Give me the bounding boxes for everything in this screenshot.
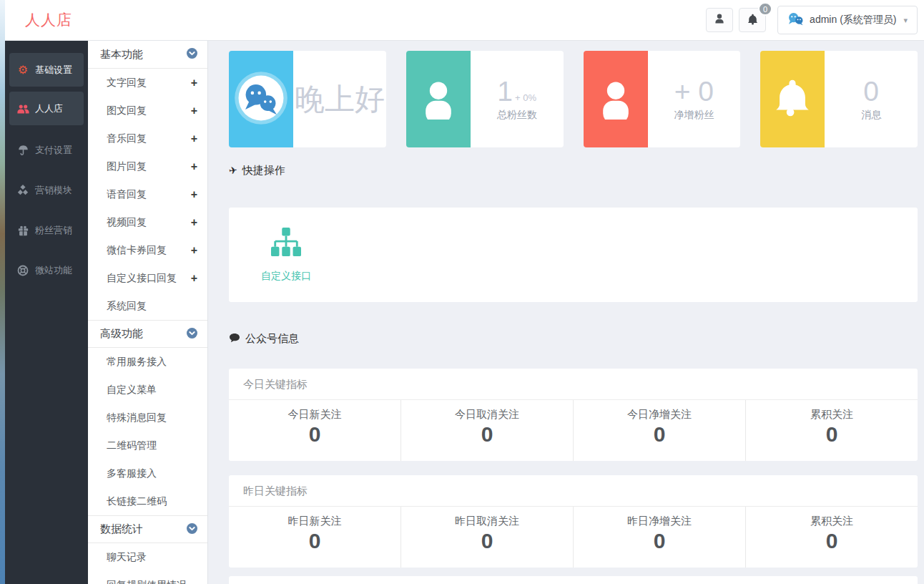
metric-cumulative: 累积关注 0	[745, 400, 918, 461]
metric-yesterday-net: 昨日净增关注 0	[573, 507, 745, 568]
wechat-icon	[787, 12, 804, 28]
menu-item-label: 长链接二维码	[107, 495, 167, 508]
stat-card-body: + 0 净增粉丝	[648, 51, 741, 147]
secondary-menu: 基本功能 文字回复+ 图文回复+ 音乐回复+ 图片回复+ 语音回复+ 视频回复+…	[88, 41, 208, 584]
metric-value: 0	[401, 422, 573, 447]
plus-icon: +	[191, 132, 197, 145]
paper-plane-icon: ✈	[228, 164, 238, 176]
app-body: ⚙ 基础设置 人人店 支付设置 营销模块	[5, 41, 924, 584]
menu-section-header-advanced[interactable]: 高级功能	[88, 320, 207, 348]
today-metrics-panel: 今日关键指标 今日新关注 0 今日取消关注 0 今日净增关注 0	[229, 369, 918, 461]
stat-card-icon-block	[406, 51, 471, 147]
menu-item-special-message-reply[interactable]: 特殊消息回复	[88, 404, 207, 432]
next-panel-partial	[229, 576, 918, 584]
menu-section-header-statistics[interactable]: 数据统计	[88, 515, 207, 543]
user-profile-button[interactable]	[706, 8, 733, 32]
sidebar-item-basic-settings[interactable]: ⚙ 基础设置	[9, 53, 84, 87]
metrics-row: 昨日新关注 0 昨日取消关注 0 昨日净增关注 0 累积关注 0	[229, 507, 918, 568]
stat-label: 消息	[861, 109, 881, 122]
stat-card-messages: 0 消息	[760, 51, 918, 147]
admin-account-dropdown[interactable]: admin (系统管理员) ▾	[777, 6, 918, 34]
menu-item-label: 图片回复	[107, 160, 147, 173]
stat-value: 1	[497, 77, 513, 105]
chevron-circle-down-icon	[187, 328, 197, 341]
person-icon	[714, 13, 725, 27]
menu-section-title: 数据统计	[100, 522, 143, 536]
menu-item-voice-reply[interactable]: 语音回复+	[88, 180, 207, 208]
main-content: 晚上好 1 + 0% 总粉丝数	[208, 41, 924, 584]
chevron-circle-down-icon	[187, 523, 197, 536]
person-icon	[417, 77, 460, 122]
menu-item-custom-api-reply[interactable]: 自定义接口回复+	[88, 264, 207, 292]
menu-item-wechat-card-reply[interactable]: 微信卡券回复+	[88, 236, 207, 264]
desktop-edge-strip	[0, 0, 5, 584]
stat-cards-row: 晚上好 1 + 0% 总粉丝数	[229, 51, 918, 147]
notifications-button[interactable]: 0	[739, 8, 766, 32]
panel-title: 今日关键指标	[229, 369, 918, 400]
metric-today-unfollow: 今日取消关注 0	[400, 400, 573, 461]
menu-item-reply-rule-usage[interactable]: 回复规则使用情况	[88, 571, 207, 584]
sidebar-item-marketing-modules[interactable]: 营销模块	[5, 170, 88, 210]
comment-icon	[229, 333, 240, 345]
menu-item-label: 音乐回复	[107, 132, 147, 145]
stat-card-icon-block	[760, 51, 825, 147]
metric-label: 今日净增关注	[574, 408, 745, 422]
menu-item-image-reply[interactable]: 图片回复+	[88, 152, 207, 180]
sidebar-item-payment-settings[interactable]: 支付设置	[5, 130, 88, 170]
sidebar-item-fan-marketing[interactable]: 粉丝营销	[5, 210, 88, 250]
umbrella-icon	[16, 145, 29, 156]
sidebar-item-microsite-features[interactable]: 微站功能	[5, 250, 88, 291]
metric-label: 累积关注	[746, 408, 918, 422]
menu-item-multi-service[interactable]: 多客服接入	[88, 459, 207, 487]
metric-today-new: 今日新关注 0	[229, 400, 400, 461]
menu-section-advanced: 高级功能 常用服务接入 自定义菜单 特殊消息回复 二维码管理 多客服接入 长链接…	[88, 320, 207, 515]
menu-item-custom-menu[interactable]: 自定义菜单	[88, 376, 207, 404]
header-controls: 0 admin (系统管理员) ▾	[700, 6, 918, 34]
stat-card-icon-block	[584, 51, 648, 147]
plus-icon: +	[191, 188, 197, 201]
menu-item-text-reply[interactable]: 文字回复+	[88, 69, 207, 97]
yesterday-metrics-panel: 昨日关键指标 昨日新关注 0 昨日取消关注 0 昨日净增关注 0	[229, 475, 918, 568]
menu-item-chat-records[interactable]: 聊天记录	[88, 543, 207, 571]
menu-item-qrcode-management[interactable]: 二维码管理	[88, 432, 207, 459]
menu-item-label: 特殊消息回复	[107, 412, 167, 424]
app-window: 人人店 0 admin (系统管理员) ▾	[5, 0, 924, 584]
metric-value: 0	[574, 529, 745, 553]
sidebar-item-renrendian[interactable]: 人人店	[9, 92, 84, 125]
bell-icon	[770, 76, 815, 123]
menu-item-label: 图文回复	[107, 104, 147, 117]
menu-item-label: 系统回复	[107, 300, 147, 313]
menu-item-label: 文字回复	[107, 77, 147, 89]
stat-value: + 0	[674, 77, 714, 105]
menu-item-label: 聊天记录	[107, 551, 147, 564]
account-info-title: 公众号信息	[229, 331, 918, 346]
metric-value: 0	[574, 422, 745, 447]
stat-card-greeting: 晚上好	[229, 51, 386, 147]
plus-icon: +	[191, 77, 197, 89]
menu-item-label: 多客服接入	[107, 467, 157, 480]
section-title-text: 公众号信息	[245, 332, 299, 346]
metric-value: 0	[229, 529, 400, 553]
cubes-icon	[16, 185, 29, 196]
metric-label: 累积关注	[746, 515, 918, 528]
sidebar-item-label: 粉丝营销	[35, 224, 72, 237]
stat-card-body: 0 消息	[825, 51, 918, 147]
menu-item-label: 二维码管理	[107, 439, 157, 452]
menu-item-video-reply[interactable]: 视频回复+	[88, 208, 207, 236]
stat-label: 总粉丝数	[497, 109, 537, 122]
metric-label: 昨日新关注	[229, 515, 400, 528]
chevron-down-icon: ▾	[903, 16, 908, 25]
menu-item-music-reply[interactable]: 音乐回复+	[88, 125, 207, 152]
menu-item-imagetext-reply[interactable]: 图文回复+	[88, 97, 207, 125]
panel-title: 昨日关键指标	[229, 475, 918, 507]
metric-today-net: 今日净增关注 0	[573, 400, 745, 461]
quick-op-label: 自定义接口	[261, 270, 311, 283]
menu-item-system-reply[interactable]: 系统回复	[88, 292, 207, 320]
bell-icon	[747, 13, 759, 28]
notification-count-badge: 0	[758, 2, 772, 16]
menu-item-common-services[interactable]: 常用服务接入	[88, 348, 207, 376]
menu-item-long-link-qrcode[interactable]: 长链接二维码	[88, 487, 207, 515]
quick-op-custom-api[interactable]: 自定义接口	[261, 228, 311, 283]
sidebar-item-label: 微站功能	[35, 264, 72, 277]
menu-section-header-basic[interactable]: 基本功能	[88, 41, 207, 69]
